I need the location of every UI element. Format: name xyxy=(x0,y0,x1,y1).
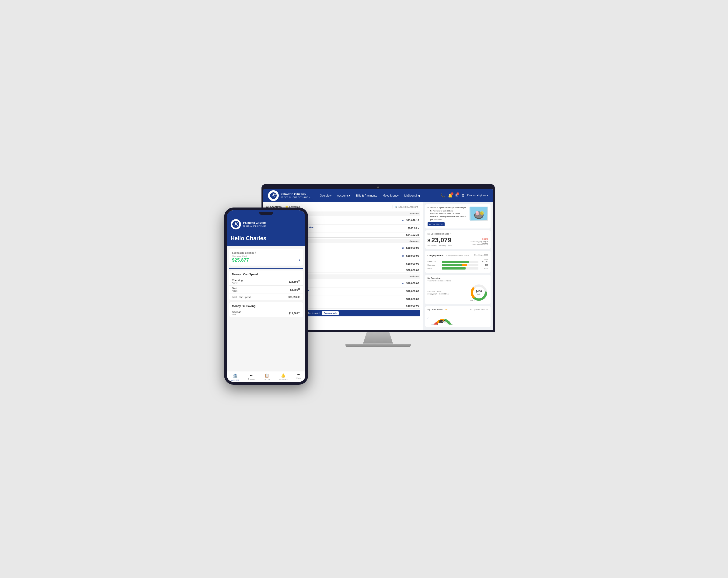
settings-button[interactable]: ⚙ xyxy=(461,193,464,198)
search-account-field[interactable]: 🔍 Search by Account xyxy=(393,205,420,209)
search-placeholder: Search by Account xyxy=(398,205,418,208)
category-watch-header: Category Watch This Pay Period since FEB… xyxy=(427,253,488,257)
promo-bullet-2: Same Rate on New to 3 Year Old Models xyxy=(431,213,468,215)
spending-account: Checking ...0058 xyxy=(427,290,468,293)
mobile-cents-checking: 00 xyxy=(298,280,300,282)
mobile-notch-bar xyxy=(227,210,305,217)
mobile-nav-messages-label: Messages xyxy=(279,378,287,380)
svg-point-14 xyxy=(237,222,238,223)
promo-card: In addition to a great low rate, you'll … xyxy=(425,204,491,228)
desktop-base xyxy=(345,344,411,347)
upcoming-sublabel: in the next two weeks xyxy=(470,244,488,246)
messages-badge: 1 xyxy=(457,192,459,195)
mobile-account-num-test: *0125 xyxy=(232,290,238,292)
category-cash-label: Cash/ATM xyxy=(427,261,440,263)
spending-amount-left: $450 xyxy=(476,290,482,293)
mobile-account-info-test: Test *0125 xyxy=(232,287,238,292)
mobile-nav-more[interactable]: ••• More xyxy=(296,373,301,381)
nav-accounts[interactable]: Accounts ▾ xyxy=(335,193,353,199)
mobile-spendable-title-text: Spendable Balance xyxy=(232,251,254,254)
promo-intro: In addition to a great low rate, you'll … xyxy=(427,207,468,209)
nav-bills[interactable]: Bills & Payments xyxy=(354,193,379,199)
mobile-account-info-checking: Checking *6543 xyxy=(232,279,243,284)
spending-info: Checking ...0058 24 days left - $2450 li… xyxy=(427,290,468,295)
mobile-nav-billpay-icon: 📋 xyxy=(264,373,269,378)
mobile-device: Palmetto Citizens FEDERAL CREDIT UNION H… xyxy=(224,208,308,385)
category-other-amount: $896 xyxy=(480,267,488,269)
category-other-label: Other xyxy=(427,267,440,269)
search-icon: 🔍 xyxy=(395,205,397,208)
credit-back-button[interactable]: ‹ xyxy=(427,316,429,320)
user-menu[interactable]: Duncan Hopkins ▾ xyxy=(467,194,488,197)
upcoming-amount-value: $198 xyxy=(470,237,488,241)
spendable-currency: $ xyxy=(427,238,431,243)
category-bar-business: Business $65 xyxy=(427,264,488,266)
nav-move-money[interactable]: Move Money xyxy=(380,193,401,199)
account-amount-bofa: $963.20 ▾ xyxy=(408,227,419,230)
category-watch-account: Checking ...0056 xyxy=(474,254,488,256)
mobile-account-row-checking[interactable]: Checking *6543 $28,89600 xyxy=(229,277,303,285)
section-owe-available: Available xyxy=(409,240,418,242)
scene: Palmetto Citizens FEDERAL CREDIT UNION O… xyxy=(224,184,504,394)
nav-links: Overview Accounts ▾ Bills & Payments Mov… xyxy=(317,193,440,199)
spending-row: Checking ...0058 24 days left - $2450 li… xyxy=(427,283,488,302)
mobile-spendable-chevron-icon[interactable]: › xyxy=(299,258,300,262)
upcoming-payments-widget: $198 4 upcoming payments & transfers in … xyxy=(470,237,488,246)
mobile-spendable-widget: Spendable Balance ℹ Checking *6543 $25,8… xyxy=(229,249,303,266)
bofa-amount-value: $963.20 xyxy=(408,227,417,230)
mobile-notch xyxy=(259,212,273,215)
mobile-account-name-checking: Checking xyxy=(232,279,243,282)
mobile-total-spend-label: Total I Can Spend xyxy=(232,296,251,298)
spendable-row: $ 23,079 Main Family Checking ...9999 $1… xyxy=(427,237,488,246)
mobile-total-spend-amount: $33,596.08 xyxy=(288,296,300,298)
spendable-balance-widget: My Spendable Balance ℹ $ 23,079 Main Fam… xyxy=(425,230,491,249)
category-business-label: Business xyxy=(427,264,440,266)
mobile-greeting-section: Hello Charles xyxy=(227,233,305,246)
mobile-nav-accounts[interactable]: 🏦 Accounts xyxy=(231,373,239,381)
category-watch-widget: Category Watch This Pay Period since FEB… xyxy=(425,251,491,273)
spending-limit: $2450 limit xyxy=(439,293,448,295)
spending-left-label: Left xyxy=(476,293,482,295)
mobile-account-row-savings[interactable]: Savings *6381 $23,58372 xyxy=(229,309,303,317)
nav-myspending[interactable]: MySpending xyxy=(402,193,422,199)
notifications-badge: 1 xyxy=(451,192,453,195)
star-icon-wellsfargo: ★ xyxy=(402,254,404,257)
mobile-nav-transfer-label: Transfer xyxy=(248,378,255,380)
nav-logo: Palmetto Citizens FEDERAL CREDIT UNION xyxy=(268,190,311,201)
messages-button[interactable]: ✉ 1 xyxy=(455,193,458,198)
mobile-cents-savings: 72 xyxy=(298,311,300,313)
promo-bullet-1: No Payments for up to 90 Days xyxy=(431,210,468,213)
spendable-account-label: Main Family Checking ...9999 xyxy=(427,244,452,246)
account-amount-wellsfargo: $10,000.00 xyxy=(406,254,419,257)
credit-score-number: 604 xyxy=(439,319,445,324)
apply-online-button[interactable]: APPLY ONLINE xyxy=(427,222,445,226)
mobile-nav-more-label: More xyxy=(296,377,301,379)
section-spend-available: Available xyxy=(409,213,418,215)
mobile-account-num-checking: *6543 xyxy=(232,282,243,284)
mobile-header: Palmetto Citizens FEDERAL CREDIT UNION xyxy=(227,217,305,233)
svg-point-7 xyxy=(476,211,478,213)
my-spending-title: My Spending xyxy=(427,277,488,279)
mobile-section-saving-title: Money I'm Saving xyxy=(229,302,303,309)
mobile-nav-billpay[interactable]: 📋 Bill Pay xyxy=(264,373,270,381)
mobile-account-row-test[interactable]: Test *0125 $4,70008 xyxy=(229,285,303,294)
category-cash-bar xyxy=(442,261,478,263)
mobile-nav-transfer[interactable]: ↔ Transfer xyxy=(248,373,255,381)
mobile-account-num-savings: *6381 xyxy=(232,313,241,316)
notifications-button[interactable]: 🔔 1 xyxy=(448,193,452,198)
sync-outside-button[interactable]: Sync outside xyxy=(322,311,339,315)
phone-button[interactable]: 📞 xyxy=(440,193,445,198)
mobile-account-amount-checking: $28,89600 xyxy=(289,280,300,283)
mobile-section-saving: Money I'm Saving Savings *6381 $23,58372 xyxy=(229,302,303,317)
mobile-bottom-nav: 🏦 Accounts ↔ Transfer 📋 Bill Pay 🔔 Messa… xyxy=(227,371,305,382)
mobile-divider-1 xyxy=(229,268,303,269)
mobile-spendable-row: $25,877 › xyxy=(232,257,300,263)
mobile-body: Spendable Balance ℹ Checking *6543 $25,8… xyxy=(227,246,305,371)
desktop-stand xyxy=(360,332,397,344)
nav-overview[interactable]: Overview xyxy=(317,193,334,199)
category-bar-cash: Cash/ATM $1,250 xyxy=(427,261,488,263)
credit-score-widget: My Credit Score: Fair Last Updated: 02/0… xyxy=(425,306,491,327)
account-amount-express: $10,000.00 xyxy=(406,262,419,265)
mobile-nav-messages[interactable]: 🔔 Messages xyxy=(279,373,287,381)
spend-subtotal-value: $24,192.38 xyxy=(406,233,419,236)
